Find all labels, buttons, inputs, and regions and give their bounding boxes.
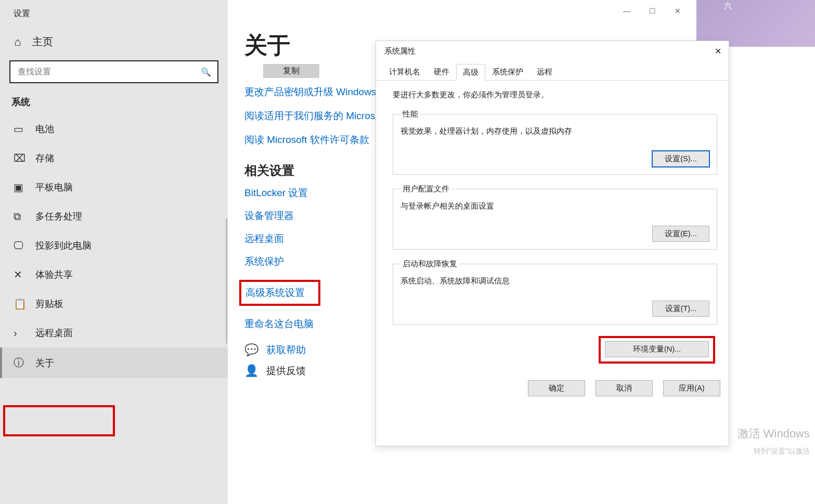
dialog-body: 要进行大多数更改，你必须作为管理员登录。 性能 视觉效果，处理器计划，内存使用，… [376, 81, 729, 376]
tab-advanced[interactable]: 高级 [456, 64, 485, 81]
tablet-icon: ▣ [14, 181, 26, 193]
windows-activation-watermark: 激活 Windows [738, 426, 810, 442]
maximize-button[interactable]: ☐ [649, 7, 656, 15]
minimize-button[interactable]: — [623, 7, 630, 15]
dialog-titlebar: 系统属性 ✕ [376, 41, 729, 61]
sidebar-item-shared-experience[interactable]: ✕ 体验共享 [0, 260, 228, 289]
startup-recovery-legend: 启动和故障恢复 [400, 259, 459, 269]
tab-computer-name[interactable]: 计算机名 [382, 63, 427, 80]
environment-variables-button[interactable]: 环境变量(N)... [605, 341, 709, 357]
annotation-red-about [3, 405, 115, 436]
settings-search[interactable]: 🔍 [9, 60, 218, 83]
performance-desc: 视觉效果，处理器计划，内存使用，以及虚拟内存 [400, 126, 709, 136]
desktop-background-edge [696, 0, 815, 47]
sidebar-item-multitasking[interactable]: ⧉ 多任务处理 [0, 202, 228, 231]
sidebar-item-label: 体验共享 [35, 268, 73, 281]
feedback-label: 提供反馈 [266, 364, 306, 378]
system-properties-dialog: 系统属性 ✕ 计算机名 硬件 高级 系统保护 远程 要进行大多数更改，你必须作为… [376, 41, 729, 446]
sidebar-item-label: 投影到此电脑 [35, 239, 92, 252]
sidebar-category-system: 系统 [0, 95, 228, 114]
sidebar-item-label: 剪贴板 [35, 298, 63, 310]
performance-legend: 性能 [400, 109, 420, 119]
sidebar-item-label: 电池 [35, 123, 54, 135]
sidebar-item-clipboard[interactable]: 📋 剪贴板 [0, 289, 228, 318]
battery-icon: ▭ [14, 123, 26, 135]
sidebar-item-label: 远程桌面 [35, 327, 73, 339]
storage-icon: ⌧ [14, 152, 26, 164]
home-icon: ⌂ [11, 35, 24, 49]
sidebar-item-storage[interactable]: ⌧ 存储 [0, 144, 228, 173]
dialog-tabs: 计算机名 硬件 高级 系统保护 远程 [376, 61, 729, 81]
multitask-icon: ⧉ [14, 211, 26, 223]
close-button[interactable]: ✕ [675, 7, 681, 15]
dialog-close-button[interactable]: ✕ [715, 46, 721, 56]
window-controls: — ☐ ✕ [623, 0, 696, 22]
windows-activation-watermark-sub: 转到"设置"以激活 [754, 447, 810, 456]
sidebar-item-label: 多任务处理 [35, 210, 82, 223]
performance-settings-button[interactable]: 设置(S)... [652, 151, 709, 167]
clipboard-icon: 📋 [14, 298, 26, 310]
remote-icon: › [14, 327, 26, 339]
project-icon: 🖵 [14, 240, 26, 252]
apply-button[interactable]: 应用(A) [663, 380, 720, 396]
sidebar-item-projecting[interactable]: 🖵 投影到此电脑 [0, 231, 228, 260]
taskbar-day-fragment: 六 [724, 1, 732, 11]
get-help-label: 获取帮助 [266, 343, 306, 357]
search-icon: 🔍 [201, 67, 211, 77]
user-profiles-desc: 与登录帐户相关的桌面设置 [400, 201, 709, 211]
annotation-red-env-vars: 环境变量(N)... [599, 336, 715, 364]
sidebar-scrollbar[interactable] [226, 218, 227, 343]
user-profiles-settings-button[interactable]: 设置(E)... [652, 226, 709, 242]
performance-fieldset: 性能 视觉效果，处理器计划，内存使用，以及虚拟内存 设置(S)... [393, 109, 717, 175]
sidebar-item-label: 平板电脑 [35, 181, 73, 193]
sidebar-item-battery[interactable]: ▭ 电池 [0, 114, 228, 144]
dialog-footer: 确定 取消 应用(A) [376, 376, 729, 404]
sidebar-item-label: 关于 [35, 357, 54, 369]
copy-button[interactable]: 复制 [263, 64, 319, 78]
link-advanced-system-settings[interactable]: 高级系统设置 [245, 286, 305, 300]
sidebar-home-label: 主页 [32, 35, 53, 49]
sidebar-item-tablet[interactable]: ▣ 平板电脑 [0, 173, 228, 202]
user-profiles-fieldset: 用户配置文件 与登录帐户相关的桌面设置 设置(E)... [393, 184, 717, 250]
startup-recovery-settings-button[interactable]: 设置(T)... [652, 301, 709, 317]
dialog-title: 系统属性 [384, 46, 416, 56]
sidebar-home[interactable]: ⌂ 主页 [0, 24, 228, 60]
ok-button[interactable]: 确定 [528, 380, 585, 396]
tab-system-protection[interactable]: 系统保护 [485, 63, 530, 80]
sidebar-item-label: 存储 [35, 152, 54, 164]
startup-recovery-fieldset: 启动和故障恢复 系统启动、系统故障和调试信息 设置(T)... [393, 259, 717, 325]
settings-title: 设置 [0, 0, 228, 24]
tab-remote[interactable]: 远程 [530, 63, 559, 80]
user-profiles-legend: 用户配置文件 [400, 184, 451, 194]
sidebar-item-about[interactable]: ⓘ 关于 [0, 347, 228, 378]
feedback-icon: 👤 [244, 364, 257, 378]
settings-sidebar: 设置 ⌂ 主页 🔍 系统 ▭ 电池 ⌧ 存储 ▣ 平板电脑 ⧉ 多任务处理 🖵 [0, 0, 228, 504]
settings-search-input[interactable] [17, 67, 201, 77]
tab-hardware[interactable]: 硬件 [427, 63, 456, 80]
annotation-red-advanced-system: 高级系统设置 [239, 280, 320, 306]
cancel-button[interactable]: 取消 [596, 380, 653, 396]
shared-icon: ✕ [14, 268, 26, 281]
admin-note: 要进行大多数更改，你必须作为管理员登录。 [393, 90, 717, 100]
info-icon: ⓘ [14, 356, 26, 370]
startup-recovery-desc: 系统启动、系统故障和调试信息 [400, 276, 709, 286]
sidebar-item-remote-desktop[interactable]: › 远程桌面 [0, 318, 228, 347]
environment-variables-row: 环境变量(N)... [393, 334, 717, 366]
help-icon: 💬 [244, 343, 257, 357]
